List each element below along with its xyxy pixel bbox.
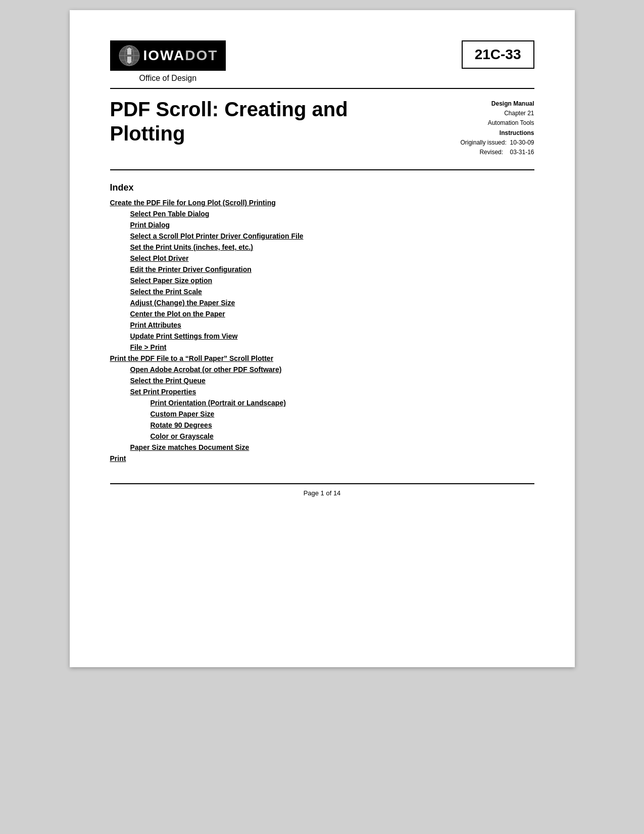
toc-link-toc-14[interactable]: File > Print bbox=[110, 343, 167, 351]
toc-link-toc-13[interactable]: Update Print Settings from View bbox=[110, 332, 238, 340]
toc-link-toc-21[interactable]: Rotate 90 Degrees bbox=[110, 421, 212, 429]
title-divider bbox=[110, 169, 534, 170]
meta-instructions-label: Instructions bbox=[500, 129, 534, 136]
page: IOWA DOT Office of Design 21C-33 PDF Scr… bbox=[70, 10, 575, 667]
toc-list: Create the PDF File for Long Plot (Scrol… bbox=[110, 198, 534, 463]
office-label: Office of Design bbox=[139, 74, 197, 83]
toc-item: Print Attributes bbox=[110, 320, 534, 330]
toc-item: Center the Plot on the Paper bbox=[110, 309, 534, 318]
toc-item: Adjust (Change) the Paper Size bbox=[110, 298, 534, 307]
toc-link-toc-22[interactable]: Color or Grayscale bbox=[110, 432, 214, 440]
toc-link-toc-24[interactable]: Print bbox=[110, 454, 126, 462]
toc-link-toc-7[interactable]: Edit the Printer Driver Configuration bbox=[110, 265, 252, 273]
footer-text: Page 1 of 14 bbox=[110, 489, 534, 497]
meta-revised-date: 03-31-16 bbox=[510, 149, 534, 156]
meta-revised-label: Revised: bbox=[479, 149, 503, 156]
toc-link-toc-19[interactable]: Print Orientation (Portrait or Landscape… bbox=[110, 399, 286, 407]
toc-link-toc-6[interactable]: Select Plot Driver bbox=[110, 254, 189, 262]
toc-item: Select the Print Queue bbox=[110, 376, 534, 385]
toc-item: Create the PDF File for Long Plot (Scrol… bbox=[110, 198, 534, 207]
toc-item: Select Pen Table Dialog bbox=[110, 209, 534, 218]
toc-link-toc-2[interactable]: Select Pen Table Dialog bbox=[110, 210, 210, 218]
toc-link-toc-20[interactable]: Custom Paper Size bbox=[110, 410, 215, 418]
toc-link-toc-11[interactable]: Center the Plot on the Paper bbox=[110, 310, 225, 318]
toc-item: Select a Scroll Plot Printer Driver Conf… bbox=[110, 231, 534, 241]
toc-link-toc-16[interactable]: Open Adobe Acrobat (or other PDF Softwar… bbox=[110, 365, 282, 374]
doc-number: 21C-33 bbox=[462, 40, 534, 69]
title-meta: PDF Scroll: Creating and Plotting Design… bbox=[110, 97, 534, 157]
toc-link-toc-12[interactable]: Print Attributes bbox=[110, 321, 181, 329]
toc-link-toc-3[interactable]: Print Dialog bbox=[110, 221, 170, 229]
toc-item: Color or Grayscale bbox=[110, 432, 534, 441]
logo-section: IOWA DOT Office of Design bbox=[110, 40, 226, 83]
meta-tools: Automation Tools bbox=[460, 118, 534, 128]
meta-manual: Design Manual bbox=[460, 99, 534, 109]
meta-chapter: Chapter 21 bbox=[460, 109, 534, 118]
toc-item: Print the PDF File to a “Roll Paper” Scr… bbox=[110, 354, 534, 363]
header: IOWA DOT Office of Design 21C-33 bbox=[110, 40, 534, 83]
meta-issued-row: Originally issued: 10-30-09 bbox=[460, 138, 534, 148]
toc-link-toc-10[interactable]: Adjust (Change) the Paper Size bbox=[110, 299, 235, 307]
toc-item: Set the Print Units (inches, feet, etc.) bbox=[110, 243, 534, 252]
toc-link-toc-23[interactable]: Paper Size matches Document Size bbox=[110, 443, 250, 451]
meta-section: Design Manual Chapter 21 Automation Tool… bbox=[460, 97, 534, 157]
meta-tools-label: Automation Tools bbox=[488, 119, 534, 126]
toc-item: Paper Size matches Document Size bbox=[110, 443, 534, 452]
toc-item: Rotate 90 Degrees bbox=[110, 421, 534, 430]
toc-link-toc-17[interactable]: Select the Print Queue bbox=[110, 377, 206, 385]
meta-instructions: Instructions bbox=[460, 128, 534, 138]
meta-revised-row: Revised: 03-31-16 bbox=[460, 148, 534, 157]
toc-item: Select Plot Driver bbox=[110, 254, 534, 263]
toc-item: Print Dialog bbox=[110, 220, 534, 229]
toc-item: Update Print Settings from View bbox=[110, 332, 534, 341]
logo-box: IOWA DOT bbox=[110, 40, 226, 71]
meta-manual-label: Design Manual bbox=[491, 100, 534, 107]
meta-issued-label: Originally issued: bbox=[460, 139, 506, 146]
toc-item: Print bbox=[110, 454, 534, 463]
toc-item: Select the Print Scale bbox=[110, 287, 534, 296]
toc-link-toc-4[interactable]: Select a Scroll Plot Printer Driver Conf… bbox=[110, 232, 304, 240]
toc-link-toc-9[interactable]: Select the Print Scale bbox=[110, 288, 202, 296]
toc-item: Open Adobe Acrobat (or other PDF Softwar… bbox=[110, 365, 534, 374]
toc-item: Edit the Printer Driver Configuration bbox=[110, 265, 534, 274]
toc-link-toc-15[interactable]: Print the PDF File to a “Roll Paper” Scr… bbox=[110, 354, 274, 362]
toc-item: Custom Paper Size bbox=[110, 409, 534, 419]
header-divider bbox=[110, 88, 534, 89]
toc-link-toc-8[interactable]: Select Paper Size option bbox=[110, 276, 213, 285]
toc-link-toc-18[interactable]: Set Print Properties bbox=[110, 388, 196, 396]
toc-link-toc-1[interactable]: Create the PDF File for Long Plot (Scrol… bbox=[110, 199, 276, 207]
index-heading: Index bbox=[110, 182, 534, 193]
main-title: PDF Scroll: Creating and Plotting bbox=[110, 97, 373, 146]
iowa-dot-globe-icon bbox=[118, 44, 140, 67]
toc-item: Set Print Properties bbox=[110, 387, 534, 396]
toc-item: Print Orientation (Portrait or Landscape… bbox=[110, 398, 534, 407]
meta-issued-date: 10-30-09 bbox=[510, 139, 534, 146]
logo-iowa: IOWA bbox=[143, 48, 185, 64]
toc-item: Select Paper Size option bbox=[110, 276, 534, 285]
logo-dot: DOT bbox=[185, 48, 218, 64]
toc-item: File > Print bbox=[110, 343, 534, 352]
toc-link-toc-5[interactable]: Set the Print Units (inches, feet, etc.) bbox=[110, 243, 254, 251]
footer-divider bbox=[110, 483, 534, 484]
meta-chapter-label: Chapter 21 bbox=[504, 110, 534, 117]
